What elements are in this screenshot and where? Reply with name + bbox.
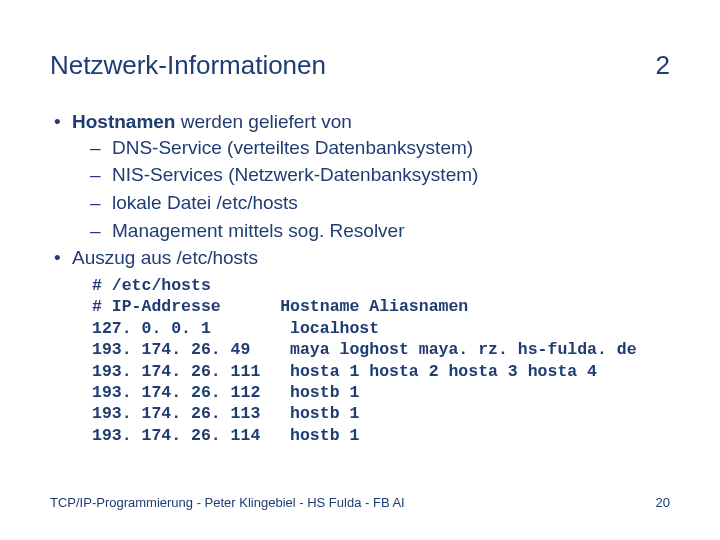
slide-number-top: 2 xyxy=(656,50,670,81)
slide-title: Netzwerk-Informationen xyxy=(50,50,326,81)
bullet-list: Hostnamen werden geliefert von DNS-Servi… xyxy=(50,109,670,271)
bullet-item-1: Hostnamen werden geliefert von DNS-Servi… xyxy=(50,109,670,243)
bullet-item-2: Auszug aus /etc/hosts xyxy=(50,245,670,271)
sub-bullet-2: NIS-Services (Netzwerk-Datenbanksystem) xyxy=(90,162,670,188)
sub-bullet-4: Management mittels sog. Resolver xyxy=(90,218,670,244)
slide-header: Netzwerk-Informationen 2 xyxy=(50,50,670,81)
code-block: # /etc/hosts # IP-Addresse Hostname Alia… xyxy=(92,275,670,447)
footer-page-number: 20 xyxy=(656,495,670,510)
footer-text: TCP/IP-Programmierung - Peter Klingebiel… xyxy=(50,495,405,510)
slide-content: Hostnamen werden geliefert von DNS-Servi… xyxy=(50,109,670,446)
bullet-1-rest: werden geliefert von xyxy=(175,111,351,132)
slide-footer: TCP/IP-Programmierung - Peter Klingebiel… xyxy=(50,495,670,510)
slide: Netzwerk-Informationen 2 Hostnamen werde… xyxy=(0,0,720,540)
bullet-1-strong: Hostnamen xyxy=(72,111,175,132)
sub-bullet-3: lokale Datei /etc/hosts xyxy=(90,190,670,216)
sub-bullet-1: DNS-Service (verteiltes Datenbanksystem) xyxy=(90,135,670,161)
sub-bullet-list: DNS-Service (verteiltes Datenbanksystem)… xyxy=(72,135,670,244)
